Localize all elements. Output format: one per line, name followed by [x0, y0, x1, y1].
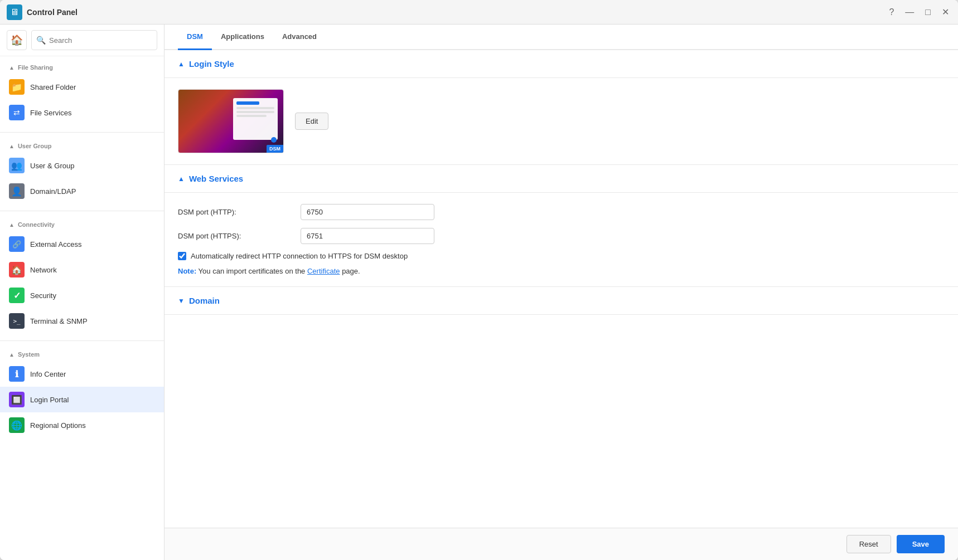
content-body: ▲ Login Style [164, 50, 958, 528]
domain-ldap-icon: 👤 [9, 183, 25, 199]
web-services-title: Web Services [189, 174, 243, 183]
regional-options-label: Regional Options [30, 421, 86, 430]
domain-header[interactable]: ▼ Domain [164, 287, 958, 315]
system-section: ▲ System ℹ Info Center 🔲 Login Portal 🌐 … [0, 343, 164, 442]
login-style-preview: DSM [178, 89, 284, 153]
shared-folder-icon: 📁 [9, 79, 25, 95]
footer: Reset Save [164, 528, 958, 560]
search-input[interactable] [49, 36, 152, 45]
login-preview-inner [233, 98, 278, 140]
minimize-button[interactable]: — [903, 6, 916, 19]
connectivity-label: Connectivity [18, 221, 55, 228]
user-group-header[interactable]: ▲ User Group [0, 139, 164, 153]
main-content: 🏠 🔍 ▲ File Sharing 📁 Shared Folder ⇄ F [0, 25, 958, 560]
dsm-port-http-row: DSM port (HTTP): [178, 204, 945, 220]
redirect-label: Automatically redirect HTTP connection t… [191, 252, 408, 260]
tab-advanced[interactable]: Advanced [273, 25, 326, 50]
app-icon: 🖥 [7, 4, 22, 20]
info-center-label: Info Center [30, 370, 66, 378]
reset-button[interactable]: Reset [846, 535, 891, 553]
user-group-label: User Group [18, 143, 52, 149]
note-suffix: page. [342, 267, 360, 275]
user-group-icon: 👥 [9, 158, 25, 173]
content-panel: DSM Applications Advanced ▲ Login Style [164, 25, 958, 560]
connectivity-section: ▲ Connectivity 🔗 External Access 🏠 Netwo… [0, 213, 164, 338]
login-portal-icon: 🔲 [9, 392, 25, 407]
terminal-icon: >_ [9, 313, 25, 329]
web-services-body: DSM port (HTTP): DSM port (HTTPS): Autom… [164, 193, 958, 287]
info-center-icon: ℹ [9, 366, 25, 382]
external-access-icon: 🔗 [9, 236, 25, 252]
preview-dot [271, 137, 277, 143]
sidebar-item-file-services[interactable]: ⇄ File Services [0, 100, 164, 125]
connectivity-chevron: ▲ [9, 222, 14, 228]
note-label: Note: [178, 267, 196, 275]
web-services-chevron: ▲ [178, 175, 185, 183]
system-chevron: ▲ [9, 352, 14, 358]
control-panel-window: 🖥 Control Panel ? — □ ✕ 🏠 🔍 ▲ File Shari… [0, 0, 958, 560]
redirect-checkbox[interactable] [178, 252, 186, 260]
user-group-section: ▲ User Group 👥 User & Group 👤 Domain/LDA… [0, 135, 164, 208]
sidebar-item-domain-ldap[interactable]: 👤 Domain/LDAP [0, 178, 164, 204]
sidebar-item-security[interactable]: ✓ Security [0, 283, 164, 308]
login-style-section: ▲ Login Style [164, 50, 958, 165]
user-group-chevron: ▲ [9, 143, 14, 149]
web-services-header[interactable]: ▲ Web Services [164, 165, 958, 193]
login-style-body: DSM Edit [164, 78, 958, 165]
dsm-port-http-label: DSM port (HTTP): [178, 208, 301, 216]
dsm-port-http-input[interactable] [301, 204, 434, 220]
dsm-port-https-row: DSM port (HTTPS): [178, 228, 945, 244]
shared-folder-label: Shared Folder [30, 83, 76, 91]
network-icon: 🏠 [9, 262, 25, 277]
connectivity-header[interactable]: ▲ Connectivity [0, 218, 164, 231]
titlebar: 🖥 Control Panel ? — □ ✕ [0, 0, 958, 25]
sidebar-item-user-group[interactable]: 👥 User & Group [0, 153, 164, 178]
file-services-icon: ⇄ [9, 105, 25, 120]
save-button[interactable]: Save [897, 535, 945, 553]
note-text: You can import certificates on the [199, 267, 307, 275]
sidebar-item-shared-folder[interactable]: 📁 Shared Folder [0, 74, 164, 100]
tab-applications[interactable]: Applications [212, 25, 273, 50]
maximize-button[interactable]: □ [923, 6, 933, 19]
login-style-header[interactable]: ▲ Login Style [164, 50, 958, 78]
system-header[interactable]: ▲ System [0, 348, 164, 361]
web-services-section: ▲ Web Services DSM port (HTTP): DSM port… [164, 165, 958, 287]
sidebar: 🏠 🔍 ▲ File Sharing 📁 Shared Folder ⇄ F [0, 25, 164, 560]
preview-line-3 [236, 111, 274, 113]
close-button[interactable]: ✕ [940, 6, 951, 19]
search-box: 🔍 [31, 30, 157, 50]
preview-line-1 [236, 101, 259, 105]
sidebar-item-network[interactable]: 🏠 Network [0, 257, 164, 283]
security-label: Security [30, 291, 56, 300]
sidebar-item-info-center[interactable]: ℹ Info Center [0, 361, 164, 387]
terminal-snmp-label: Terminal & SNMP [30, 317, 88, 325]
tab-dsm[interactable]: DSM [178, 25, 212, 50]
domain-chevron: ▼ [178, 297, 185, 305]
file-services-label: File Services [30, 109, 71, 117]
network-label: Network [30, 266, 57, 274]
file-sharing-label: File Sharing [18, 64, 53, 71]
regional-options-icon: 🌐 [9, 417, 25, 433]
edit-button[interactable]: Edit [295, 113, 328, 130]
login-style-title: Login Style [189, 59, 234, 69]
certificate-link[interactable]: Certificate [307, 267, 340, 275]
dsm-port-https-input[interactable] [301, 228, 434, 244]
sidebar-item-terminal-snmp[interactable]: >_ Terminal & SNMP [0, 308, 164, 334]
note-row: Note: You can import certificates on the… [178, 267, 945, 275]
search-icon: 🔍 [36, 36, 46, 45]
security-icon: ✓ [9, 288, 25, 303]
redirect-checkbox-row: Automatically redirect HTTP connection t… [178, 252, 945, 260]
home-button[interactable]: 🏠 [7, 30, 27, 50]
file-sharing-header[interactable]: ▲ File Sharing [0, 61, 164, 74]
sidebar-item-regional-options[interactable]: 🌐 Regional Options [0, 412, 164, 438]
preview-line-4 [236, 115, 267, 117]
user-group-item-label: User & Group [30, 162, 74, 170]
window-title: Control Panel [27, 8, 887, 17]
domain-ldap-label: Domain/LDAP [30, 187, 76, 196]
sidebar-item-login-portal[interactable]: 🔲 Login Portal [0, 387, 164, 412]
help-button[interactable]: ? [887, 6, 896, 19]
file-sharing-chevron: ▲ [9, 65, 14, 71]
sidebar-item-external-access[interactable]: 🔗 External Access [0, 231, 164, 257]
file-sharing-section: ▲ File Sharing 📁 Shared Folder ⇄ File Se… [0, 56, 164, 130]
dsm-port-https-label: DSM port (HTTPS): [178, 232, 301, 240]
